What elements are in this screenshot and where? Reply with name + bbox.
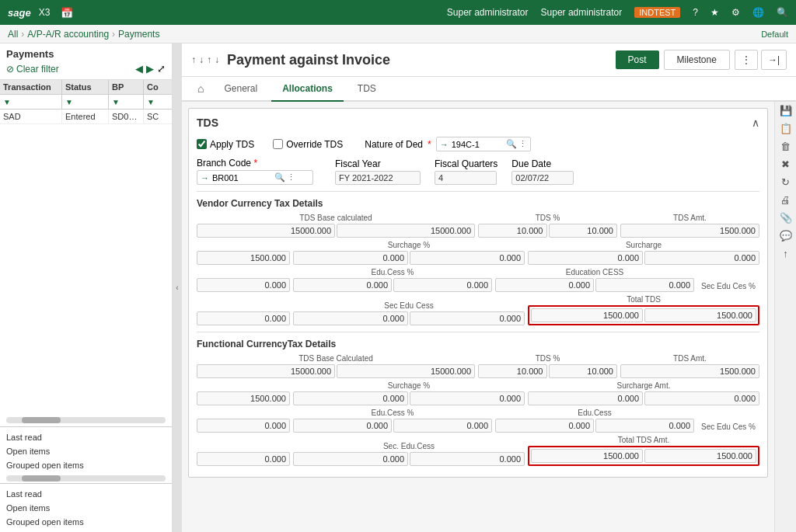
post-button[interactable]: Post (616, 50, 659, 69)
nav-prev-icon[interactable]: ◀ (135, 63, 143, 75)
vendor-sec-val1[interactable] (197, 311, 290, 325)
nature-more-icon[interactable]: ⋮ (518, 139, 527, 149)
more-button[interactable]: ⋮ (735, 50, 758, 70)
sidebar-scrollbar-thumb2[interactable] (22, 475, 61, 482)
branch-search-icon[interactable]: 🔍 (274, 172, 285, 183)
action-delete-icon[interactable]: 🗑 (780, 141, 791, 152)
collapse-button[interactable]: ∧ (752, 116, 759, 129)
calendar-icon[interactable]: 📅 (61, 7, 73, 19)
settings-icon[interactable]: ⚙ (731, 7, 740, 18)
vendor-ec-val2[interactable] (293, 278, 392, 292)
vendor-ec-val1[interactable] (197, 278, 290, 292)
exit-button[interactable]: →| (761, 50, 787, 70)
filter-transaction[interactable]: ▼ (0, 95, 62, 109)
action-x-icon[interactable]: ✖ (781, 158, 790, 170)
action-refresh-icon[interactable]: ↻ (781, 176, 790, 188)
func-tds-base-2[interactable] (337, 364, 475, 378)
nav-next-icon[interactable]: ▶ (146, 63, 154, 75)
vendor-sec-val2[interactable] (293, 311, 408, 325)
sidebar-expand-icon[interactable]: ⤢ (157, 63, 166, 75)
sidebar-last-read-bottom[interactable]: Last read (0, 487, 172, 501)
override-tds-checkbox-item[interactable]: Override TDS (273, 139, 343, 150)
func-sc-val1[interactable] (197, 391, 290, 405)
func-ec-val4[interactable] (495, 419, 594, 433)
func-tds-base-1[interactable] (197, 364, 335, 378)
func-sc-val2[interactable] (293, 391, 408, 405)
action-save-icon[interactable]: 💾 (780, 105, 792, 116)
vendor-ec-val4[interactable] (495, 278, 594, 292)
func-sec-val3[interactable] (410, 452, 525, 466)
filter-co[interactable]: ▼ (144, 95, 173, 109)
nature-input[interactable] (452, 140, 506, 149)
vendor-tds-pct-2[interactable] (549, 224, 618, 238)
vendor-total-tds-1[interactable] (531, 308, 643, 322)
clear-filter-button[interactable]: ⊘ Clear filter (6, 64, 59, 75)
sidebar-last-read-top[interactable]: Last read (0, 430, 172, 444)
filter-status[interactable]: ▼ (62, 95, 109, 109)
action-clip-icon[interactable]: 📎 (780, 212, 792, 224)
apply-tds-checkbox-item[interactable]: Apply TDS (197, 139, 254, 150)
action-chat-icon[interactable]: 💬 (780, 230, 792, 242)
tab-tds[interactable]: TDS (347, 77, 387, 102)
vendor-tds-pct-1[interactable] (478, 224, 547, 238)
func-sc-val5[interactable] (644, 391, 759, 405)
func-sc-val4[interactable] (528, 391, 643, 405)
tab-allocations[interactable]: Allocations (271, 77, 344, 102)
nav-down-icon[interactable]: ↓ (199, 54, 204, 65)
apply-tds-checkbox[interactable] (197, 139, 207, 149)
func-tds-pct-1[interactable] (478, 364, 547, 378)
vendor-sc-val4[interactable] (528, 251, 643, 265)
vendor-sc-val5[interactable] (644, 251, 759, 265)
func-ec-val3[interactable] (393, 419, 492, 433)
globe-icon[interactable]: 🌐 (752, 7, 764, 18)
default-button[interactable]: Default (761, 30, 788, 39)
milestone-button[interactable]: Milestone (664, 50, 730, 70)
vendor-sc-val2[interactable] (293, 251, 408, 265)
nature-input-group[interactable]: → 🔍 ⋮ (436, 137, 531, 151)
tab-home[interactable]: ⌂ (191, 78, 210, 99)
action-share-icon[interactable]: ↑ (783, 248, 788, 259)
sidebar-grouped-top[interactable]: Grouped open items (0, 458, 172, 472)
vendor-tds-base-2[interactable] (337, 224, 475, 238)
table-row[interactable]: SAD Entered SD0002 SC (0, 110, 172, 124)
func-ec-val1[interactable] (197, 419, 290, 433)
func-sec-val2[interactable] (293, 452, 408, 466)
vendor-sc-val1[interactable] (197, 251, 290, 265)
vendor-sec-val3[interactable] (410, 311, 525, 325)
filter-bp[interactable]: ▼ (109, 95, 144, 109)
breadcrumb-accounting[interactable]: A/P-A/R accounting (27, 29, 109, 40)
override-tds-checkbox[interactable] (273, 139, 283, 149)
func-total-tds-2[interactable] (644, 449, 756, 463)
sidebar-scrollbar-thumb[interactable] (22, 417, 61, 423)
star-icon[interactable]: ★ (710, 7, 719, 18)
breadcrumb-all[interactable]: All (8, 29, 18, 40)
func-ec-val5[interactable] (595, 419, 694, 433)
vendor-tds-base-1[interactable] (197, 224, 335, 238)
vendor-total-tds-2[interactable] (644, 308, 756, 322)
sidebar-open-items-bottom[interactable]: Open items (0, 501, 172, 515)
branch-more-icon[interactable]: ⋮ (287, 172, 295, 183)
action-print-icon[interactable]: 🖨 (780, 194, 791, 206)
func-tds-pct-2[interactable] (549, 364, 618, 378)
branch-code-input[interactable] (212, 173, 274, 183)
help-icon[interactable]: ? (693, 7, 698, 18)
func-tds-amt[interactable] (620, 364, 759, 378)
vendor-ec-val3[interactable] (393, 278, 492, 292)
nav-up-icon[interactable]: ↑ (191, 54, 196, 65)
func-total-tds-1[interactable] (531, 449, 643, 463)
sidebar-open-items-top[interactable]: Open items (0, 444, 172, 458)
func-sc-val3[interactable] (410, 391, 525, 405)
action-copy-icon[interactable]: 📋 (780, 123, 792, 134)
nav-first-icon[interactable]: ↑ (207, 54, 211, 65)
search-icon[interactable]: 🔍 (777, 7, 788, 18)
sidebar-toggle[interactable]: ‹ (173, 43, 182, 532)
nature-search-icon[interactable]: 🔍 (506, 139, 517, 149)
nav-last-icon[interactable]: ↓ (215, 54, 219, 65)
branch-code-input-group[interactable]: → 🔍 ⋮ (197, 170, 313, 185)
vendor-ec-val5[interactable] (595, 278, 694, 292)
vendor-tds-amt[interactable] (620, 224, 759, 238)
func-sec-val1[interactable] (197, 452, 290, 466)
tab-general[interactable]: General (213, 77, 268, 102)
func-ec-val2[interactable] (293, 419, 392, 433)
breadcrumb-payments[interactable]: Payments (118, 29, 159, 40)
